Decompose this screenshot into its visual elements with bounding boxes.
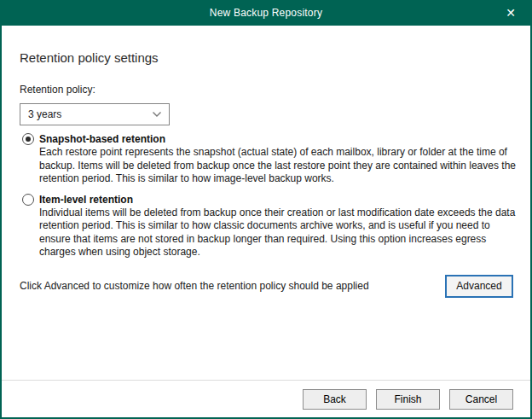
retention-policy-value: 3 years — [28, 108, 61, 120]
finish-button[interactable]: Finish — [376, 389, 440, 410]
dialog-content: Retention policy settings Retention poli… — [2, 26, 530, 380]
retention-policy-label: Retention policy: — [20, 84, 513, 96]
retention-policy-select[interactable]: 3 years — [20, 103, 170, 125]
close-button[interactable]: ✕ — [491, 0, 530, 26]
item-level-retention-description: Individual items will be deleted from ba… — [39, 207, 517, 259]
snapshot-retention-description: Each restore point represents the snapsh… — [39, 146, 517, 186]
cancel-button[interactable]: Cancel — [449, 389, 513, 410]
item-level-retention-radio[interactable] — [22, 194, 34, 206]
item-level-retention-label[interactable]: Item-level retention — [39, 193, 517, 207]
advanced-row: Click Advanced to customize how often th… — [20, 275, 513, 298]
advanced-hint-text: Click Advanced to customize how often th… — [20, 280, 369, 292]
chevron-down-icon — [152, 111, 162, 118]
window-title: New Backup Repository — [210, 7, 322, 19]
back-button[interactable]: Back — [303, 389, 367, 410]
close-icon: ✕ — [506, 7, 516, 19]
snapshot-retention-option: Snapshot-based retention Each restore po… — [20, 132, 513, 186]
footer: Back Finish Cancel — [2, 381, 530, 417]
snapshot-retention-body: Snapshot-based retention Each restore po… — [39, 132, 517, 186]
titlebar: New Backup Repository ✕ — [2, 0, 530, 26]
item-level-retention-option: Item-level retention Individual items wi… — [20, 193, 513, 259]
snapshot-retention-radio[interactable] — [22, 133, 34, 145]
snapshot-retention-label[interactable]: Snapshot-based retention — [39, 132, 517, 146]
advanced-button[interactable]: Advanced — [445, 275, 513, 298]
item-level-retention-body: Item-level retention Individual items wi… — [39, 193, 517, 259]
page-title: Retention policy settings — [20, 49, 513, 67]
new-backup-repository-dialog: New Backup Repository ✕ Retention policy… — [0, 0, 532, 419]
